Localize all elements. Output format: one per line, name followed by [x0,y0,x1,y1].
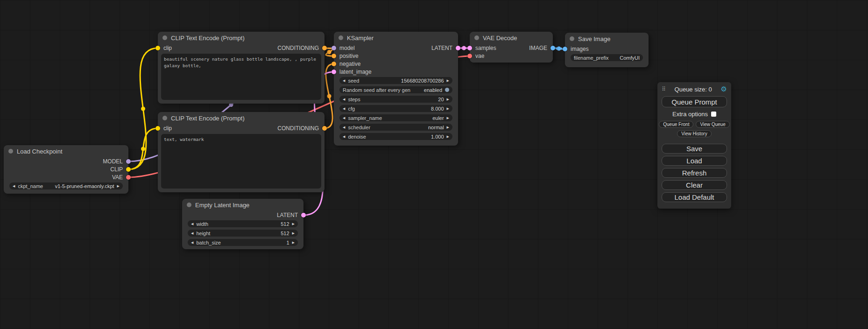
decrement-arrow-icon[interactable]: ◀ [343,107,345,110]
model-input-label: model [339,45,355,51]
images-input-label: images [571,46,589,52]
refresh-button[interactable]: Refresh [662,168,727,178]
image-output-slot[interactable] [550,46,555,50]
latent-output-label: LATENT [277,212,298,218]
load-button[interactable]: Load [662,156,727,166]
decrement-arrow-icon[interactable]: ◀ [343,116,345,119]
node-load-checkpoint[interactable]: Load Checkpoint MODEL CLIP VAE ◀ ckpt_na… [4,145,128,194]
latent-output-label: LATENT [431,45,452,51]
increment-arrow-icon[interactable]: ▶ [447,116,449,119]
steps-widget[interactable]: ◀ steps 20 ▶ [339,96,452,103]
collapse-dot-icon[interactable] [8,149,13,154]
negative-input-slot[interactable] [332,62,336,66]
settings-gear-icon[interactable]: ⚙ [721,85,727,93]
widget-value: 20 [438,97,444,102]
latent-output-slot[interactable] [301,213,306,217]
clip-input-slot[interactable] [155,46,160,50]
collapse-dot-icon[interactable] [187,203,191,207]
decrement-arrow-icon[interactable]: ◀ [343,79,345,82]
sampler-name-widget[interactable]: ◀ sampler_name euler ▶ [339,114,452,121]
extra-options-checkbox[interactable] [711,112,716,117]
collapse-dot-icon[interactable] [162,116,167,120]
queue-front-button[interactable]: Queue Front [659,121,693,128]
queue-prompt-button[interactable]: Queue Prompt [662,96,727,107]
increment-arrow-icon[interactable]: ▶ [447,79,449,82]
images-input-slot[interactable] [563,47,567,51]
negative-input-label: negative [339,61,360,67]
samples-input-slot[interactable] [467,46,472,50]
increment-arrow-icon[interactable]: ▶ [292,231,295,235]
filename-prefix-widget[interactable]: filename_prefix ComfyUI [571,54,643,61]
node-clip-text-encode-negative[interactable]: CLIP Text Encode (Prompt) clip CONDITION… [158,112,325,192]
node-ksampler[interactable]: KSampler model LATENT positive negative … [334,32,458,146]
increment-arrow-icon[interactable]: ▶ [447,126,449,129]
prompt-textarea[interactable]: beautiful scenery nature glass bottle la… [161,54,321,100]
ckpt-name-widget[interactable]: ◀ ckpt_name v1-5-pruned-emaonly.ckpt ▶ [9,182,123,189]
height-widget[interactable]: ◀ height 512 ▶ [188,230,298,237]
queue-size-label: Queue size: 0 [675,86,712,93]
widget-label: cfg [348,106,355,112]
scheduler-widget[interactable]: ◀ scheduler normal ▶ [339,124,452,131]
increment-arrow-icon[interactable]: ▶ [292,222,295,225]
width-widget[interactable]: ◀ width 512 ▶ [188,220,298,227]
seed-widget[interactable]: ◀ seed 156680208700286 ▶ [339,77,452,84]
decrement-arrow-icon[interactable]: ◀ [13,184,15,188]
load-default-button[interactable]: Load Default [662,192,727,202]
samples-input-label: samples [475,45,496,51]
drag-handle-icon[interactable]: ⠿ [662,86,666,92]
model-output-slot[interactable] [126,159,131,164]
node-graph-canvas[interactable]: Load Checkpoint MODEL CLIP VAE ◀ ckpt_na… [0,0,868,329]
clip-input-label: clip [163,45,172,51]
increment-arrow-icon[interactable]: ▶ [292,241,295,244]
conditioning-output-label: CONDITIONING [277,45,319,51]
increment-arrow-icon[interactable]: ▶ [447,98,449,101]
latent-output-slot[interactable] [456,46,460,50]
node-clip-text-encode-positive[interactable]: CLIP Text Encode (Prompt) clip CONDITION… [158,32,325,104]
widget-value: 1 [286,240,289,245]
increment-arrow-icon[interactable]: ▶ [117,184,120,188]
node-empty-latent-image[interactable]: Empty Latent Image LATENT ◀ width 512 ▶ … [182,199,303,249]
vae-input-slot[interactable] [467,54,472,58]
decrement-arrow-icon[interactable]: ◀ [191,222,193,225]
collapse-dot-icon[interactable] [570,36,574,41]
increment-arrow-icon[interactable]: ▶ [447,135,449,138]
node-vae-decode[interactable]: VAE Decode samples IMAGE vae [470,32,553,63]
decrement-arrow-icon[interactable]: ◀ [191,241,193,244]
cfg-widget[interactable]: ◀ cfg 8.000 ▶ [339,105,452,112]
vae-output-slot[interactable] [126,175,131,180]
clip-input-slot[interactable] [155,126,160,131]
clear-button[interactable]: Clear [662,180,727,190]
widget-label: steps [348,97,360,102]
model-output-label: MODEL [103,158,123,165]
widget-label: filename_prefix [574,55,609,61]
increment-arrow-icon[interactable]: ▶ [447,107,449,110]
view-queue-button[interactable]: View Queue [696,121,729,128]
clip-output-slot[interactable] [126,167,131,172]
collapse-dot-icon[interactable] [339,35,343,40]
widget-value: normal [428,125,444,130]
toggle-dot-icon[interactable] [445,88,449,92]
prompt-textarea[interactable]: text, watermark [161,134,321,189]
latent-image-input-slot[interactable] [332,70,336,74]
save-button[interactable]: Save [662,144,727,154]
decrement-arrow-icon[interactable]: ◀ [343,126,345,129]
conditioning-output-slot[interactable] [322,46,327,50]
decrement-arrow-icon[interactable]: ◀ [343,135,345,138]
model-input-slot[interactable] [332,46,336,50]
denoise-widget[interactable]: ◀ denoise 1.000 ▶ [339,133,452,140]
latent-image-input-label: latent_image [339,69,372,75]
positive-input-slot[interactable] [332,54,336,58]
decrement-arrow-icon[interactable]: ◀ [191,231,193,235]
random-seed-toggle-widget[interactable]: Random seed after every gen enabled [339,86,452,93]
collapse-dot-icon[interactable] [474,35,479,40]
node-save-image[interactable]: Save Image images filename_prefix ComfyU… [565,33,649,67]
extra-options-label: Extra options [672,111,708,118]
decrement-arrow-icon[interactable]: ◀ [343,98,345,101]
widget-value: 156680208700286 [401,78,444,84]
widget-value: v1-5-pruned-emaonly.ckpt [55,183,114,189]
node-title: KSampler [347,35,374,42]
view-history-button[interactable]: View History [677,130,711,137]
conditioning-output-slot[interactable] [322,126,327,131]
collapse-dot-icon[interactable] [162,35,167,40]
batch-size-widget[interactable]: ◀ batch_size 1 ▶ [188,239,298,246]
